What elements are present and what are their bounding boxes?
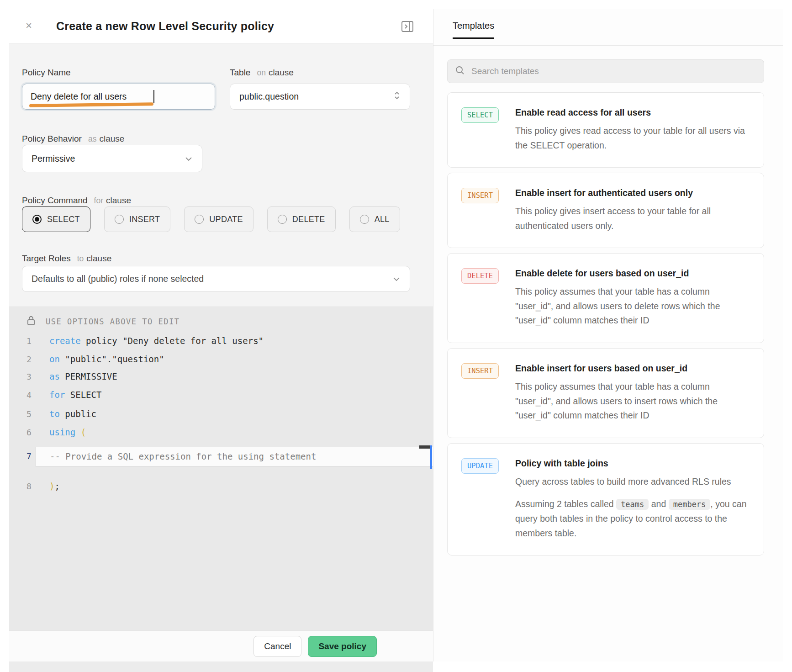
chevron-up-down-icon — [393, 90, 401, 103]
card-body: Enable read access for all users This po… — [515, 107, 750, 153]
search-templates-input[interactable] — [471, 66, 756, 76]
table-select-value: public.question — [239, 91, 393, 102]
lock-icon — [26, 315, 36, 328]
chevron-down-icon — [185, 153, 193, 164]
line-number: 1 — [26, 336, 32, 346]
sql-keyword: for — [49, 390, 65, 400]
template-card-read-access[interactable]: SELECT Enable read access for all users … — [447, 92, 764, 168]
code-line-6: 6 using ( — [9, 423, 433, 441]
behavior-label-text: Policy Behavior — [22, 134, 82, 143]
save-policy-button[interactable]: Save policy — [308, 636, 377, 657]
roles-select-value: Defaults to all (public) roles if none s… — [32, 274, 392, 284]
header-divider — [45, 17, 45, 35]
sql-expression-input-line[interactable]: -- Provide a SQL expression for the usin… — [36, 447, 433, 467]
cancel-button[interactable]: Cancel — [253, 636, 301, 657]
sql-text: policy "Deny delete for all users" — [81, 336, 264, 346]
template-card-table-joins[interactable]: UPDATE Policy with table joins Query acr… — [447, 443, 764, 556]
code-line-1: 1 create policy "Deny delete for all use… — [9, 332, 433, 350]
desc-text: Assuming 2 tables called — [515, 499, 616, 509]
code-line-3: 3 as PERMISSIVE — [9, 367, 433, 386]
select-command-badge: SELECT — [461, 107, 499, 123]
line-number: 2 — [26, 355, 32, 364]
template-card-insert-user-id[interactable]: INSERT Enable insert for users based on … — [447, 348, 764, 438]
template-title: Policy with table joins — [515, 458, 750, 469]
command-option-label: INSERT — [129, 215, 160, 224]
card-body: Enable delete for users based on user_id… — [515, 268, 750, 328]
templates-search — [447, 59, 764, 83]
sql-keyword: to — [49, 409, 60, 419]
line-number: 8 — [26, 482, 32, 491]
sql-text: PERMISSIVE — [60, 371, 117, 381]
sql-text: public — [60, 409, 96, 419]
close-icon[interactable]: × — [23, 20, 35, 32]
command-clause-word: clause — [106, 196, 131, 205]
table-label-text: Table — [230, 68, 250, 77]
locked-notice-text: USE OPTIONS ABOVE TO EDIT — [46, 317, 180, 326]
radio-selected-icon — [32, 215, 42, 224]
radio-icon — [195, 215, 204, 224]
line-number: 6 — [26, 428, 32, 437]
command-option-delete[interactable]: DELETE — [267, 206, 336, 232]
roles-clause-word: clause — [86, 254, 111, 263]
template-description: This policy gives read access to your ta… — [515, 124, 750, 153]
command-option-all[interactable]: ALL — [349, 206, 400, 232]
chevron-down-icon — [392, 274, 401, 284]
command-option-insert[interactable]: INSERT — [104, 206, 170, 232]
command-clause-keyword: for — [94, 196, 103, 205]
dialog-footer: Cancel Save policy — [9, 630, 433, 661]
tab-templates[interactable]: Templates — [453, 21, 494, 39]
template-card-insert-authenticated[interactable]: INSERT Enable insert for authenticated u… — [447, 173, 764, 248]
search-icon — [455, 65, 465, 77]
command-option-select[interactable]: SELECT — [22, 206, 90, 232]
command-label-text: Policy Command — [22, 196, 88, 205]
template-description: This policy assumes that your table has … — [515, 380, 750, 423]
command-option-label: DELETE — [292, 215, 325, 224]
template-description-detail: Assuming 2 tables called teams and membe… — [515, 497, 750, 540]
editor-scroll-marker — [430, 445, 432, 469]
command-option-update[interactable]: UPDATE — [184, 206, 253, 232]
insert-command-badge: INSERT — [461, 188, 499, 203]
table-clause-keyword: on — [257, 68, 265, 77]
radio-icon — [115, 215, 124, 224]
card-body: Enable insert for authenticated users on… — [515, 188, 750, 233]
active-line-number: 7 — [26, 451, 32, 461]
dock-right-panel-icon[interactable] — [400, 19, 415, 34]
desc-text: and — [649, 499, 668, 509]
command-option-label: ALL — [375, 215, 390, 224]
target-roles-label: Target Rolestoclause — [22, 254, 111, 264]
behavior-select-value: Permissive — [32, 153, 185, 164]
teams-table-chip: teams — [616, 499, 649, 510]
table-select[interactable]: public.question — [230, 84, 410, 110]
rls-policy-dialog: × Create a new Row Level Security policy… — [9, 9, 433, 661]
policy-command-label: Policy Commandforclause — [22, 196, 131, 206]
command-option-label: SELECT — [47, 215, 80, 224]
template-title: Enable insert for authenticated users on… — [515, 188, 750, 198]
page: × Create a new Row Level Security policy… — [0, 0, 792, 672]
behavior-clause-word: clause — [99, 134, 124, 143]
policy-name-label: Policy Name — [22, 68, 71, 78]
sql-keyword: as — [49, 371, 60, 381]
template-card-delete-user-id[interactable]: DELETE Enable delete for users based on … — [447, 253, 764, 343]
radio-icon — [278, 215, 287, 224]
update-command-badge: UPDATE — [461, 458, 499, 474]
sql-keyword: using — [49, 427, 75, 437]
sql-keyword: on — [49, 354, 60, 364]
template-title: Enable insert for users based on user_id — [515, 363, 750, 374]
sql-text: SELECT — [65, 390, 101, 400]
card-body: Enable insert for users based on user_id… — [515, 363, 750, 423]
dialog-title: Create a new Row Level Security policy — [56, 20, 274, 33]
line-number: 3 — [26, 372, 32, 381]
policy-behavior-select[interactable]: Permissive — [22, 145, 202, 172]
roles-clause-keyword: to — [77, 254, 84, 263]
members-table-chip: members — [669, 499, 711, 510]
sql-keyword: create — [49, 336, 81, 346]
target-roles-select[interactable]: Defaults to all (public) roles if none s… — [22, 266, 410, 292]
code-line-4: 4 for SELECT — [9, 386, 433, 404]
template-description: Query across tables to build more advanc… — [515, 475, 750, 489]
code-line-8: 8 ); — [9, 477, 433, 495]
policy-name-label-text: Policy Name — [22, 68, 71, 77]
page-behind-dialog — [9, 661, 433, 672]
line-number: 5 — [26, 409, 32, 419]
code-line-2: 2 on "public"."question" — [9, 350, 433, 368]
tab-divider — [433, 45, 783, 46]
